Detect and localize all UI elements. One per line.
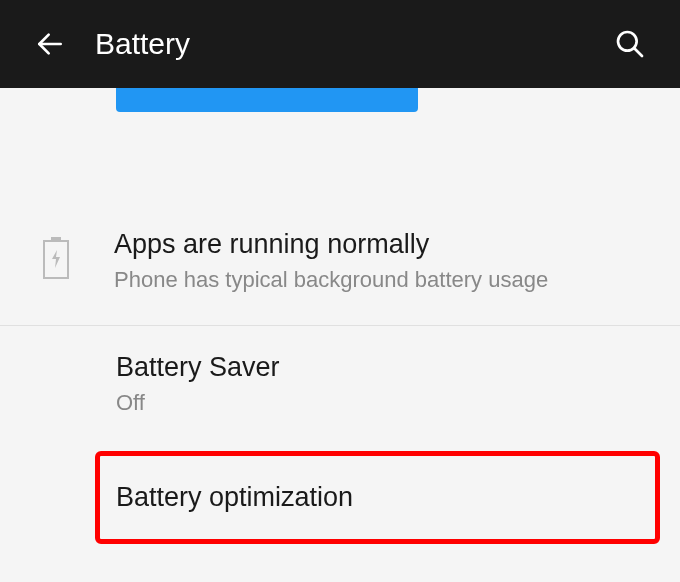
battery-saver-title: Battery Saver bbox=[116, 350, 656, 385]
battery-saver-item[interactable]: Battery Saver Off bbox=[0, 326, 680, 442]
status-text-group: Apps are running normally Phone has typi… bbox=[114, 227, 656, 295]
battery-status-row[interactable]: Apps are running normally Phone has typi… bbox=[0, 197, 680, 326]
page-title: Battery bbox=[95, 27, 190, 61]
progress-bar bbox=[116, 88, 418, 112]
battery-icon bbox=[40, 233, 72, 283]
back-button[interactable] bbox=[30, 24, 70, 64]
search-icon bbox=[614, 28, 646, 60]
battery-optimization-item[interactable]: Battery optimization bbox=[95, 451, 660, 544]
content-area: Apps are running normally Phone has typi… bbox=[0, 88, 680, 544]
app-header: Battery bbox=[0, 0, 680, 88]
status-subtitle: Phone has typical background battery usa… bbox=[114, 266, 656, 295]
search-button[interactable] bbox=[610, 24, 650, 64]
status-title: Apps are running normally bbox=[114, 227, 656, 262]
battery-optimization-title: Battery optimization bbox=[116, 480, 631, 515]
svg-line-2 bbox=[634, 48, 642, 56]
battery-saver-status: Off bbox=[116, 389, 656, 418]
back-arrow-icon bbox=[34, 28, 66, 60]
